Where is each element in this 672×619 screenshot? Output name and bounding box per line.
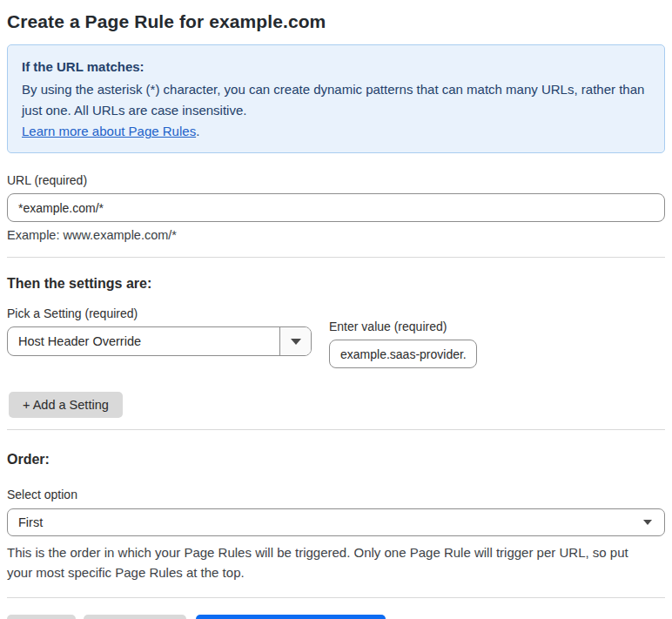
order-help-text: This is the order in which your Page Rul… xyxy=(7,542,651,582)
url-input[interactable] xyxy=(7,193,665,222)
url-label: URL (required) xyxy=(7,173,665,187)
save-as-draft-button[interactable]: Save as Draft xyxy=(84,615,186,619)
setting-picker-label: Pick a Setting (required) xyxy=(7,306,312,320)
order-section-heading: Order: xyxy=(7,452,665,468)
save-and-deploy-button[interactable]: Save and Deploy Page Rule xyxy=(196,615,386,619)
url-section: URL (required) Example: www.example.com/… xyxy=(7,173,665,242)
cancel-button[interactable]: Cancel xyxy=(7,615,76,619)
page-title: Create a Page Rule for example.com xyxy=(7,7,665,32)
divider xyxy=(7,597,665,598)
url-example-text: Example: www.example.com/* xyxy=(7,228,665,242)
setting-picker-column: Pick a Setting (required) Host Header Ov… xyxy=(7,306,312,356)
setting-value-input[interactable] xyxy=(329,340,477,368)
chevron-down-icon xyxy=(643,520,652,525)
info-box-link-line: Learn more about Page Rules. xyxy=(22,121,650,142)
add-setting-button[interactable]: + Add a Setting xyxy=(9,392,123,418)
info-box-body: By using the asterisk (*) character, you… xyxy=(22,79,650,121)
settings-section-heading: Then the settings are: xyxy=(7,276,665,292)
learn-more-link[interactable]: Learn more about Page Rules xyxy=(22,124,196,138)
setting-picker-arrow-button[interactable] xyxy=(279,327,311,355)
divider xyxy=(7,257,665,258)
setting-picker-dropdown[interactable]: Host Header Override xyxy=(7,326,312,356)
form-actions: Cancel Save as Draft Save and Deploy Pag… xyxy=(7,615,665,619)
chevron-down-icon xyxy=(291,339,301,345)
url-match-info-box: If the URL matches: By using the asteris… xyxy=(7,44,665,153)
order-select-dropdown[interactable]: First xyxy=(7,508,665,536)
setting-value-column: Enter value (required) xyxy=(329,320,477,368)
setting-picker-value: Host Header Override xyxy=(8,327,279,355)
setting-value-label: Enter value (required) xyxy=(329,320,477,333)
divider xyxy=(7,429,665,430)
order-select-label: Select option xyxy=(7,488,665,501)
link-period: . xyxy=(196,124,199,138)
settings-row: Pick a Setting (required) Host Header Ov… xyxy=(7,306,665,368)
order-select-value: First xyxy=(18,515,43,529)
info-box-heading: If the URL matches: xyxy=(22,57,650,77)
